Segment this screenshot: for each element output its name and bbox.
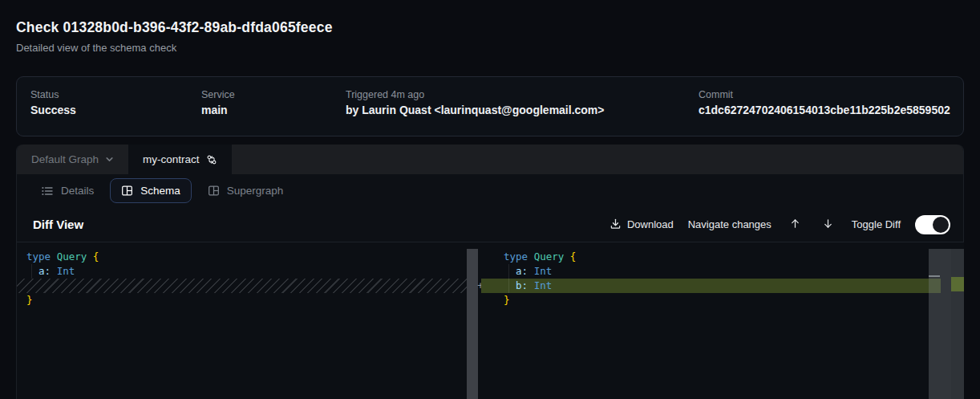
field-label: Triggered 4m ago	[346, 89, 605, 100]
indent-guide	[31, 264, 32, 279]
schema-diff-editor[interactable]: type Query { a: Int} + type Query { a: I…	[17, 242, 964, 399]
field-value: main	[201, 104, 235, 116]
summary-field-triggered: Triggered 4m agoby Laurin Quast <laurinq…	[346, 89, 605, 116]
field-label: Status	[30, 89, 76, 100]
list-icon	[41, 185, 54, 197]
switch-knob	[933, 217, 949, 233]
next-change-button[interactable]	[819, 218, 837, 232]
columns-icon	[121, 185, 133, 197]
code-line: a: Int	[481, 264, 941, 279]
graph-tab-label: Default Graph	[31, 153, 99, 165]
previous-change-button[interactable]	[786, 218, 804, 232]
code-line: type Query {	[17, 250, 467, 264]
check-summary-card: StatusSuccessServicemainTriggered 4m ago…	[16, 76, 964, 136]
columns-icon	[208, 185, 220, 197]
indent-guide	[508, 264, 509, 293]
code-line: type Query {	[481, 250, 941, 264]
field-value: c1dc62724702406154013cbe11b225b2e5859502	[699, 104, 950, 116]
graph-tab-default-graph[interactable]: Default Graph	[17, 145, 128, 174]
diff-pane-modified[interactable]: type Query { a: Int b: Int}	[481, 250, 941, 307]
field-value: by Laurin Quast <laurinquast@googlemail.…	[346, 104, 605, 116]
summary-field-commit: Commitc1dc62724702406154013cbe11b225b2e5…	[699, 89, 950, 116]
tab-details[interactable]: Details	[30, 178, 105, 204]
check-panel: Default Graphmy-contract DetailsSchemaSu…	[16, 145, 964, 399]
field-label: Commit	[699, 89, 950, 100]
tab-supergraph[interactable]: Supergraph	[196, 178, 295, 203]
diff-filler-line	[17, 279, 467, 293]
arrow-down-icon	[822, 218, 834, 232]
page-subtitle: Detailed view of the schema check	[16, 42, 333, 54]
toggle-diff-label: Toggle Diff	[852, 218, 901, 230]
arrow-up-icon	[789, 218, 801, 232]
diff-pane-original[interactable]: type Query { a: Int}	[17, 250, 467, 307]
graph-tab-my-contract[interactable]: my-contract	[128, 145, 232, 174]
download-label: Download	[627, 218, 674, 230]
field-label: Service	[201, 89, 235, 100]
tab-label: Schema	[140, 185, 180, 197]
graph-tab-label: my-contract	[143, 153, 200, 165]
code-line: }	[481, 293, 941, 307]
git-compare-icon	[206, 154, 217, 165]
right-editor-scrollbar[interactable]	[929, 249, 951, 399]
summary-field-service: Servicemain	[201, 89, 235, 116]
download-icon	[609, 218, 622, 232]
page-header: Check 01328b0d-b396-43f2-89ab-dfda065fee…	[16, 19, 333, 54]
added-code-line: b: Int	[481, 279, 941, 293]
diff-view-title: Diff View	[33, 218, 83, 231]
code-line: }	[17, 293, 467, 307]
left-editor-scrollbar[interactable]	[467, 249, 478, 399]
download-button[interactable]: Download	[609, 218, 674, 232]
page-title: Check 01328b0d-b396-43f2-89ab-dfda065fee…	[16, 19, 333, 36]
tab-label: Supergraph	[227, 185, 284, 197]
code-line: a: Int	[17, 264, 467, 279]
summary-field-status: StatusSuccess	[30, 89, 76, 116]
toggle-diff-switch[interactable]	[915, 215, 950, 234]
chevron-down-icon	[105, 155, 114, 164]
view-tab-strip: DetailsSchemaSupergraph	[17, 174, 963, 207]
added-change-marker	[951, 277, 964, 291]
tab-schema[interactable]: Schema	[110, 178, 192, 203]
tab-label: Details	[61, 185, 94, 197]
field-value: Success	[30, 104, 76, 116]
navigate-changes-label: Navigate changes	[688, 218, 771, 230]
graph-tab-strip: Default Graphmy-contract	[17, 145, 963, 174]
diff-tools: Download Navigate changes Toggle Diff	[609, 215, 950, 234]
diff-toolbar: Diff View Download Navigate changes Togg…	[17, 207, 963, 242]
overview-ruler	[951, 249, 964, 399]
